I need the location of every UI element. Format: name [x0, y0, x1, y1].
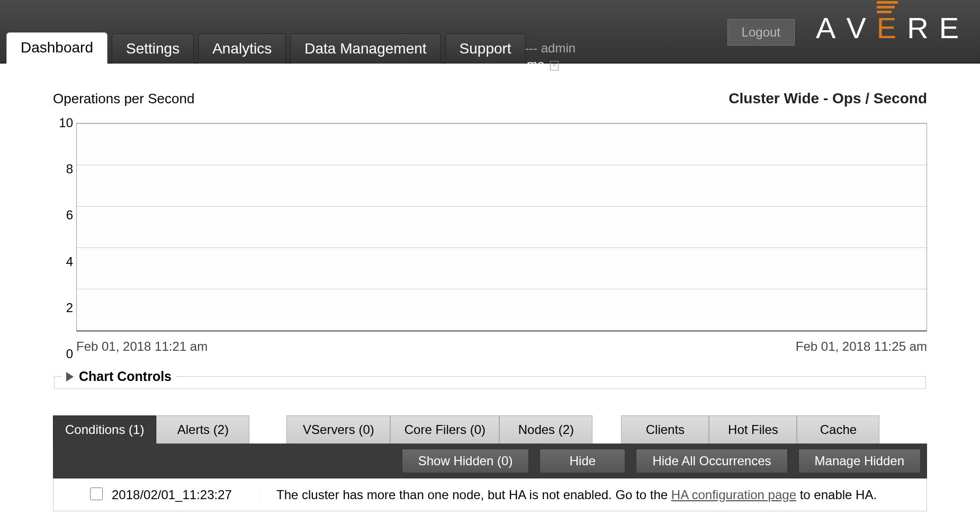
chart-controls-toggle[interactable]: Chart Controls	[62, 369, 176, 384]
ytick-10: 10	[59, 116, 73, 130]
tab-core-filers[interactable]: Core Filers (0)	[390, 415, 499, 444]
chart-controls-panel: Chart Controls	[54, 369, 926, 389]
y-axis: 10 8 6 4 2 0	[47, 123, 73, 354]
lower-panel: Conditions (1) Alerts (2) VServers (0) C…	[53, 415, 927, 511]
hide-all-occurrences-button[interactable]: Hide All Occurrences	[636, 449, 787, 473]
condition-msg-suffix: to enable HA.	[796, 488, 877, 502]
show-hidden-button[interactable]: Show Hidden (0)	[402, 449, 529, 473]
tab-analytics[interactable]: Analytics	[198, 33, 286, 64]
x-axis: Feb 01, 2018 11:21 am Feb 01, 2018 11:25…	[76, 339, 927, 354]
condition-message: The cluster has more than one node, but …	[260, 488, 920, 502]
logo-letter-e2: E	[939, 11, 959, 45]
app-header: Logout A V E R E V4.8.2.2 --- admin Setu…	[0, 0, 980, 64]
logo-letter-r: R	[907, 11, 928, 45]
chart-right-title: Cluster Wide - Ops / Second	[729, 90, 927, 107]
chevron-right-icon	[66, 372, 74, 382]
conditions-table: 2018/02/01_11:23:27 The cluster has more…	[53, 478, 927, 511]
condition-msg-prefix: The cluster has more than one node, but …	[276, 488, 671, 502]
chart-header: Operations per Second Cluster Wide - Ops…	[53, 90, 927, 107]
logo-letter-a: A	[816, 11, 835, 45]
chart-plot[interactable]	[76, 123, 927, 332]
tab-alerts[interactable]: Alerts (2)	[156, 415, 249, 444]
primary-nav-tabs: Dashboard Settings Analytics Data Manage…	[6, 32, 526, 64]
ytick-4: 4	[66, 254, 73, 269]
logo-accent-bars	[877, 1, 896, 13]
condition-row: 2018/02/01_11:23:27 The cluster has more…	[53, 478, 927, 511]
tab-conditions[interactable]: Conditions (1)	[53, 415, 156, 444]
document-icon: ≡	[550, 61, 559, 70]
ytick-6: 6	[66, 208, 73, 223]
logout-button[interactable]: Logout	[727, 19, 795, 46]
ytick-2: 2	[66, 300, 73, 315]
manage-hidden-button[interactable]: Manage Hidden	[798, 449, 921, 473]
logo-letter-e: E	[877, 11, 896, 45]
ytick-8: 8	[66, 162, 73, 176]
conditions-toolbar: Show Hidden (0) Hide Hide All Occurrence…	[53, 444, 927, 478]
tab-support[interactable]: Support	[445, 33, 526, 64]
ha-config-link[interactable]: HA configuration page	[671, 488, 796, 502]
logo-letter-v: V	[846, 11, 866, 45]
page-content: Operations per Second Cluster Wide - Ops…	[0, 64, 980, 514]
tab-vservers[interactable]: VServers (0)	[286, 415, 390, 444]
xtick-start: Feb 01, 2018 11:21 am	[76, 339, 208, 354]
tab-dashboard[interactable]: Dashboard	[6, 32, 107, 64]
tab-nodes[interactable]: Nodes (2)	[499, 415, 592, 444]
chart-controls-label: Chart Controls	[79, 369, 172, 384]
tab-cache[interactable]: Cache	[797, 415, 879, 444]
tab-data-management[interactable]: Data Management	[290, 33, 440, 64]
ytick-0: 0	[66, 347, 73, 361]
hide-button[interactable]: Hide	[540, 449, 625, 473]
condition-checkbox[interactable]	[90, 488, 103, 500]
tab-settings[interactable]: Settings	[112, 33, 194, 64]
tab-hot-files[interactable]: Hot Files	[709, 415, 797, 444]
xtick-end: Feb 01, 2018 11:25 am	[796, 339, 927, 354]
lower-tab-bar: Conditions (1) Alerts (2) VServers (0) C…	[53, 415, 927, 444]
condition-timestamp: 2018/02/01_11:23:27	[112, 488, 260, 502]
chart-area: 10 8 6 4 2 0 Feb 01, 2018 11:21 am Feb 0…	[76, 123, 927, 354]
tab-clients[interactable]: Clients	[621, 415, 709, 444]
brand-logo: A V E R E	[816, 11, 959, 45]
chart-left-title: Operations per Second	[53, 91, 194, 107]
